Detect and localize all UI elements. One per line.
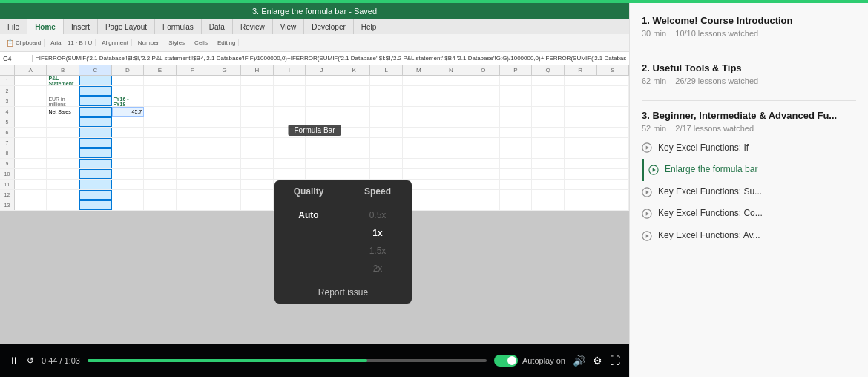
col-c: C: [79, 65, 112, 75]
speed-0-5x[interactable]: 0.5x: [343, 206, 412, 224]
section-1-header: 1. Welcome! Course Introduction 30 min 1…: [642, 15, 856, 38]
settings-button[interactable]: ⚙: [593, 355, 602, 367]
lesson-item-if[interactable]: Key Excel Functions: If: [642, 137, 856, 160]
cell: [177, 76, 209, 85]
autoplay-toggle[interactable]: Autoplay on: [494, 355, 565, 367]
cell: [596, 180, 629, 189]
cell: [500, 200, 533, 210]
speed-1x[interactable]: 1x: [343, 224, 412, 242]
styles-label: Styles: [168, 39, 185, 46]
lesson-item-av[interactable]: Key Excel Functions: Av...: [642, 225, 856, 247]
row-num: 1: [0, 76, 15, 85]
quality-auto[interactable]: Auto: [274, 206, 343, 224]
col-h: H: [241, 65, 274, 75]
fullscreen-button[interactable]: ⛶: [610, 355, 620, 367]
cell: [112, 200, 145, 210]
tab-formulas[interactable]: Formulas: [155, 19, 202, 34]
speed-2x[interactable]: 2x: [343, 260, 412, 278]
tab-page-layout[interactable]: Page Layout: [98, 19, 155, 34]
tab-review[interactable]: Review: [233, 19, 273, 34]
divider-1: [642, 53, 856, 53]
section-3-header: 3. Beginner, Intermediate & Advanced Fu.…: [642, 110, 856, 133]
cell: [241, 159, 274, 168]
cell: [241, 128, 274, 137]
cell: [79, 169, 112, 179]
number-label: Number: [138, 39, 159, 46]
col-f: F: [177, 65, 209, 75]
styles-group: Styles: [165, 39, 188, 46]
lesson-item-su[interactable]: Key Excel Functions: Su...: [642, 181, 856, 203]
speed-options: 0.5x 1x 1.5x 2x: [343, 203, 412, 281]
lesson-av-title: Key Excel Functions: Av...: [658, 230, 760, 242]
pause-button[interactable]: ⏸: [9, 355, 19, 367]
cell: [532, 200, 565, 210]
cell: [338, 169, 371, 179]
tab-developer[interactable]: Developer: [304, 19, 354, 34]
cell: [370, 96, 403, 106]
cell: [467, 107, 500, 117]
cell: [403, 128, 435, 137]
quality-speed-popup: Quality Speed Auto 0.5x 1x 1.5x 2x Repor…: [274, 180, 412, 304]
cell: [596, 128, 629, 137]
col-p: P: [500, 65, 533, 75]
cell: [565, 169, 597, 179]
tab-home[interactable]: Home: [27, 19, 64, 34]
section-3-meta: 52 min 2/17 lessons watched: [642, 124, 856, 133]
col-k: K: [338, 65, 371, 75]
cell: [306, 107, 338, 117]
cell: [208, 107, 241, 117]
cell: [596, 159, 629, 168]
cell: [47, 148, 79, 158]
lesson-item-formula-bar[interactable]: Enlarge the formula bar: [642, 159, 856, 181]
cell: [112, 159, 145, 168]
excel-formula-bar: C4 =IFERROR(SUMIF('2.1 Database'!$I:$I,'…: [0, 52, 629, 65]
col-a: A: [15, 65, 47, 75]
row-num: 5: [0, 117, 15, 127]
cell: [467, 159, 500, 168]
cell: [112, 128, 145, 137]
number-group: Number: [135, 39, 162, 46]
cell: [435, 86, 468, 96]
progress-bar[interactable]: [88, 359, 487, 362]
replay-button[interactable]: ↺: [27, 355, 34, 366]
section-1-duration: 30 min: [642, 29, 666, 38]
cell: [435, 128, 468, 137]
cell: [467, 96, 500, 106]
row-num: 6: [0, 128, 15, 137]
tab-view[interactable]: View: [273, 19, 305, 34]
cell: [79, 76, 112, 85]
section-3-duration: 52 min: [642, 124, 666, 133]
table-row: 10: [0, 169, 629, 180]
course-section-1: 1. Welcome! Course Introduction 30 min 1…: [642, 15, 856, 38]
tab-file[interactable]: File: [0, 19, 27, 34]
cell: [565, 96, 597, 106]
tab-help[interactable]: Help: [354, 19, 385, 34]
cell: [565, 117, 597, 127]
cell: [565, 190, 597, 200]
tab-data[interactable]: Data: [202, 19, 233, 34]
cell: [47, 169, 79, 179]
lesson-item-co[interactable]: Key Excel Functions: Co...: [642, 203, 856, 225]
autoplay-switch[interactable]: [494, 355, 518, 367]
cell: [338, 86, 371, 96]
cell: [338, 138, 371, 148]
video-panel: 3. Enlarge the formula bar - Saved File …: [0, 3, 629, 377]
tab-insert[interactable]: Insert: [64, 19, 98, 34]
cell: [306, 159, 338, 168]
cell: [47, 138, 79, 148]
col-g: G: [208, 65, 241, 75]
video-controls: ⏸ ↺ 0:44 / 1:03 Autoplay on 🔊 ⚙ ⛶: [0, 344, 629, 377]
excel-title: 3. Enlarge the formula bar - Saved: [252, 7, 377, 16]
cell: [208, 169, 241, 179]
cell: [467, 148, 500, 158]
cell: [435, 148, 468, 158]
volume-button[interactable]: 🔊: [573, 355, 585, 367]
svg-marker-5: [646, 190, 649, 194]
report-issue-button[interactable]: Report issue: [274, 281, 412, 304]
section-1-title: 1. Welcome! Course Introduction: [642, 15, 856, 27]
cell: [15, 117, 47, 127]
cell: P&L Statement: [47, 76, 79, 85]
speed-1-5x[interactable]: 1.5x: [343, 242, 412, 260]
cell: [370, 107, 403, 117]
cell: [15, 200, 47, 210]
